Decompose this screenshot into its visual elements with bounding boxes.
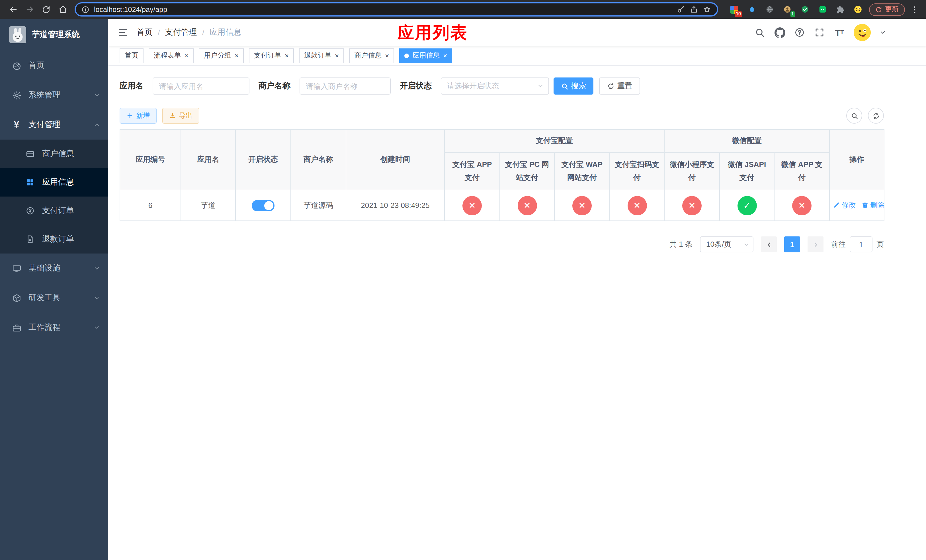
sidebar-logo[interactable]: 芋道管理系统 — [0, 19, 108, 51]
breadcrumb-separator: / — [158, 28, 160, 37]
reload-button[interactable] — [39, 2, 53, 17]
col-header-status: 开启状态 — [236, 130, 291, 190]
back-button[interactable] — [6, 2, 21, 17]
drop-extension-icon[interactable] — [747, 4, 757, 15]
sidebar-item-home[interactable]: 首页 — [0, 51, 108, 80]
sidebar-item-workflow[interactable]: 工作流程 — [0, 313, 108, 342]
grid-extension-icon[interactable]: 10 — [729, 4, 739, 15]
github-icon[interactable] — [774, 27, 785, 38]
delete-link[interactable]: 删除 — [862, 201, 884, 210]
home-button[interactable] — [55, 2, 70, 17]
export-button[interactable]: 导出 — [162, 107, 199, 124]
avatar-extension-icon[interactable]: 1 — [782, 4, 792, 15]
tab-app-info[interactable]: 应用信息 × — [399, 48, 452, 63]
puzzle-extension-icon[interactable] — [835, 4, 845, 15]
chat-extension-icon[interactable] — [817, 4, 828, 15]
page-size-select[interactable]: 10条/页 — [700, 236, 754, 252]
sidebar-item-payment[interactable]: ¥ 支付管理 — [0, 110, 108, 139]
sidebar-item-label: 退款订单 — [42, 234, 74, 244]
hamburger-icon — [117, 27, 129, 38]
prev-page-button[interactable] — [761, 236, 777, 252]
forward-button[interactable] — [22, 2, 37, 17]
table-row: 6 芋道 芋道源码 2021-10-23 08:49:25 ✕ ✕ ✕ ✕ ✕ — [120, 190, 884, 221]
reset-button[interactable]: 重置 — [599, 77, 640, 95]
status-select[interactable]: 请选择开启状态 — [441, 77, 549, 95]
chrome-update-button[interactable]: 更新 — [869, 3, 905, 16]
cell-created: 2021-10-23 08:49:25 — [346, 190, 445, 221]
tab-user-group[interactable]: 用户分组 × — [199, 48, 244, 63]
sidebar-item-pay-orders[interactable]: 支付订单 — [0, 197, 108, 225]
page-number-button[interactable]: 1 — [784, 236, 800, 252]
app-name-input[interactable] — [153, 77, 250, 95]
caret-down-icon[interactable] — [879, 29, 886, 36]
tab-refund-orders[interactable]: 退款订单 × — [299, 48, 344, 63]
edit-link[interactable]: 修改 — [833, 201, 856, 210]
sidebar-item-label: 研发工具 — [29, 293, 61, 303]
search-button[interactable]: 搜索 — [554, 77, 593, 95]
cell-app-name: 芋道 — [181, 190, 236, 221]
plus-icon — [126, 112, 133, 119]
tab-home[interactable]: 首页 — [120, 48, 144, 63]
sidebar-item-app-info[interactable]: 应用信息 — [0, 168, 108, 197]
tab-merchant-info[interactable]: 商户信息 × — [349, 48, 394, 63]
refresh-table-button[interactable] — [868, 107, 884, 124]
tab-process-form[interactable]: 流程表单 × — [149, 48, 194, 63]
chrome-menu-button[interactable] — [909, 5, 920, 14]
sidebar-item-merchant-info[interactable]: 商户信息 — [0, 139, 108, 168]
tab-close-icon[interactable]: × — [385, 52, 389, 59]
tab-label: 用户分组 — [204, 51, 231, 61]
merchant-name-input[interactable] — [300, 77, 391, 95]
url-bar[interactable]: localhost:1024/pay/app — [75, 2, 718, 17]
share-icon[interactable] — [690, 5, 698, 14]
col-header-actions: 操作 — [829, 130, 884, 190]
browser-window: localhost:1024/pay/app 10 — [0, 0, 926, 560]
next-page-button[interactable] — [808, 236, 823, 252]
cell-wx-lite: ✕ — [664, 190, 720, 221]
col-header-merchant: 商户名称 — [291, 130, 346, 190]
logo-avatar — [9, 26, 26, 43]
tab-close-icon[interactable]: × — [185, 52, 189, 59]
user-avatar[interactable] — [854, 24, 871, 41]
col-header-wx-app: 微信 APP 支付 — [774, 152, 829, 190]
fullscreen-icon[interactable] — [814, 27, 825, 38]
profile-avatar-icon[interactable] — [853, 4, 863, 15]
font-size-icon[interactable]: TT — [834, 27, 845, 38]
status-circle: ✕ — [792, 196, 811, 215]
tab-close-icon[interactable]: × — [335, 52, 339, 59]
sidebar-item-label: 应用信息 — [42, 177, 74, 188]
status-label: 开启状态 — [400, 81, 432, 91]
header-search-icon[interactable] — [754, 27, 766, 38]
status-toggle[interactable] — [252, 200, 274, 211]
tab-close-icon[interactable]: × — [235, 52, 239, 59]
home-icon — [58, 5, 68, 14]
sidebar-item-system[interactable]: 系统管理 — [0, 80, 108, 110]
tab-pay-orders[interactable]: 支付订单 × — [249, 48, 294, 63]
add-button[interactable]: 新增 — [120, 107, 157, 124]
sidebar-item-infrastructure[interactable]: 基础设施 — [0, 254, 108, 283]
help-icon[interactable] — [794, 27, 805, 38]
bookmark-star-icon[interactable] — [703, 5, 711, 14]
globe-extension-icon[interactable] — [764, 4, 775, 15]
breadcrumb-home[interactable]: 首页 — [137, 27, 153, 38]
site-info-icon[interactable] — [82, 5, 89, 14]
pagination-total: 共 1 条 — [669, 239, 693, 250]
password-key-icon[interactable] — [676, 5, 685, 14]
sidebar-toggle-button[interactable] — [117, 27, 129, 38]
goto-suffix: 页 — [876, 239, 884, 250]
toggle-search-button[interactable] — [846, 107, 862, 124]
navbar-actions: TT — [754, 24, 886, 41]
breadcrumb-payment[interactable]: 支付管理 — [165, 27, 197, 38]
tab-close-icon[interactable]: × — [285, 52, 289, 59]
col-header-alipay-qr: 支付宝扫码支付 — [610, 152, 664, 190]
search-icon — [561, 82, 568, 90]
sidebar-item-dev-tools[interactable]: 研发工具 — [0, 283, 108, 313]
status-circle: ✕ — [572, 196, 592, 215]
chevron-left-icon — [765, 241, 773, 248]
goto-page-input[interactable] — [850, 236, 873, 252]
sidebar-item-refund-orders[interactable]: 退款订单 — [0, 225, 108, 254]
check-extension-icon[interactable] — [800, 4, 810, 15]
col-header-alipay-app: 支付宝 APP 支付 — [445, 152, 500, 190]
tab-close-icon[interactable]: × — [443, 52, 447, 59]
update-label: 更新 — [885, 5, 899, 14]
page-annotation: 应用列表 — [398, 22, 468, 44]
